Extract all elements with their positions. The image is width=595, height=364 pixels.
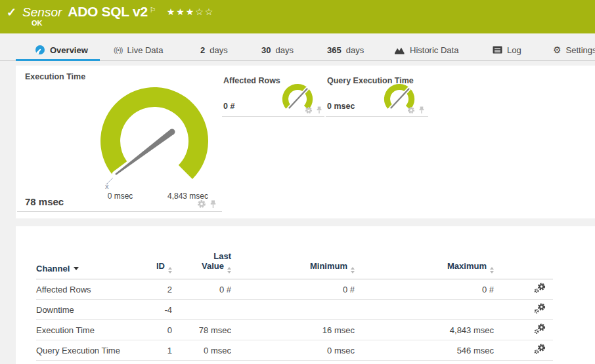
column-header-last-value[interactable]: Last Value <box>172 251 231 279</box>
channel-minimum: 16 msec <box>231 320 355 340</box>
channel-maximum: 546 msec <box>355 340 494 361</box>
sensor-title-row: ✓ Sensor ADO SQL v2 ⚐ ★★★☆☆ <box>7 4 214 20</box>
mini-gauge-title: Affected Rows <box>223 76 280 85</box>
mini-gauge-actions <box>305 106 322 114</box>
channel-maximum: 0 # <box>355 279 494 300</box>
sort-icon <box>168 267 172 273</box>
tab-365-days-unit: days <box>346 45 364 55</box>
flag-icon: ⚐ <box>150 6 156 14</box>
priority-stars[interactable]: ★★★☆☆ <box>167 7 215 17</box>
main-gauge-title: Execution Time <box>25 72 85 81</box>
active-tab-underline <box>16 59 100 61</box>
column-header-last-label: Last <box>213 251 231 261</box>
sort-icon <box>351 267 355 273</box>
table-row: Execution Time 0 78 msec 16 msec 4,843 m… <box>36 320 553 340</box>
channel-name: Downtime <box>36 300 128 320</box>
divider <box>326 116 428 117</box>
gear-icon: ⚙ <box>553 45 562 55</box>
status-badge: OK <box>32 19 43 27</box>
channel-settings-gears-icon[interactable] <box>533 344 546 355</box>
tab-365-days[interactable]: 365 days <box>327 39 364 60</box>
tab-settings-label: Settings <box>566 45 595 55</box>
tab-live-data[interactable]: ((•)) Live Data <box>114 39 163 60</box>
channel-minimum: 0 # <box>231 279 355 300</box>
execution-time-gauge: x̄ <box>99 85 210 197</box>
tab-log[interactable]: Log <box>493 39 521 60</box>
live-data-icon: ((•)) <box>114 46 123 54</box>
column-header-actions <box>494 251 553 279</box>
log-list-icon <box>493 46 502 54</box>
gauge-settings-gear-icon[interactable] <box>407 106 415 114</box>
table-row: Downtime -4 <box>36 300 553 320</box>
channel-last-value: 78 msec <box>172 320 231 340</box>
channel-id: -4 <box>128 300 172 320</box>
divider <box>17 211 222 212</box>
column-header-maximum[interactable]: Maximum <box>355 251 494 279</box>
column-header-maximum-label: Maximum <box>447 261 487 271</box>
sort-desc-icon <box>74 267 79 270</box>
column-header-id-label: ID <box>156 261 165 271</box>
pin-icon[interactable] <box>418 106 425 114</box>
tab-2-days[interactable]: 2 days <box>200 39 228 60</box>
mini-gauge-value: 0 msec <box>327 102 355 111</box>
channel-id: 2 <box>128 279 172 300</box>
table-row: Affected Rows 2 0 # 0 # 0 # <box>36 279 553 300</box>
gauge-icon <box>35 45 45 55</box>
channel-settings-gears-icon[interactable] <box>533 303 546 314</box>
divider <box>222 116 324 117</box>
channel-name: Execution Time <box>36 320 128 340</box>
sensor-name: ADO SQL v2 <box>68 4 147 20</box>
pin-icon[interactable] <box>316 106 322 114</box>
column-header-id[interactable]: ID <box>128 251 172 279</box>
tab-overview[interactable]: Overview <box>35 39 88 60</box>
channel-last-value: 0 msec <box>172 340 231 361</box>
channel-settings-gears-icon[interactable] <box>533 283 546 294</box>
gauge-settings-gear-icon[interactable] <box>305 106 313 114</box>
channel-id: 1 <box>128 340 172 361</box>
sort-icon <box>490 267 494 273</box>
mini-gauge-actions <box>407 106 425 114</box>
tab-historic-data-label: Historic Data <box>410 45 458 55</box>
gauge-min-label: 0 msec <box>101 192 139 201</box>
tab-live-data-label: Live Data <box>127 45 164 55</box>
tab-settings[interactable]: ⚙ Settings <box>553 39 595 60</box>
channel-maximum <box>355 300 494 320</box>
tab-30-days-unit: days <box>275 45 293 55</box>
sensor-status-header: ✓ Sensor ADO SQL v2 ⚐ ★★★☆☆ OK <box>0 0 595 33</box>
channel-maximum: 4,843 msec <box>355 320 494 340</box>
tab-2-days-unit: days <box>209 45 227 55</box>
main-gauge-value: 78 msec <box>25 196 64 207</box>
tab-overview-label: Overview <box>50 45 88 55</box>
gauge-settings-gear-icon[interactable] <box>197 199 206 209</box>
channel-minimum <box>231 300 355 320</box>
tab-365-days-number: 365 <box>327 45 342 55</box>
tab-30-days-number: 30 <box>261 45 271 55</box>
channel-id: 0 <box>128 320 172 340</box>
tab-30-days[interactable]: 30 days <box>261 39 294 60</box>
column-header-minimum-label: Minimum <box>310 261 347 271</box>
tab-bar: Overview ((•)) Live Data 2 days 30 days … <box>0 39 595 61</box>
tab-historic-data[interactable]: Historic Data <box>394 39 458 60</box>
channel-last-value: 0 # <box>172 279 231 300</box>
average-marker: x̄ <box>105 182 109 190</box>
tab-log-label: Log <box>507 45 521 55</box>
gauges-panel: Execution Time x̄ 0 msec 4,843 msec 78 m… <box>16 66 595 218</box>
channel-table: Channel ID Last Value Minimum Maximum <box>36 251 553 361</box>
status-check-icon: ✓ <box>7 5 16 20</box>
table-row: Query Execution Time 1 0 msec 0 msec 546… <box>36 340 553 361</box>
channel-minimum: 0 msec <box>231 340 355 361</box>
table-header-row: Channel ID Last Value Minimum Maximum <box>36 251 553 279</box>
column-header-minimum[interactable]: Minimum <box>231 251 355 279</box>
column-header-value-label: Value <box>202 261 224 271</box>
main-gauge-actions <box>197 199 217 209</box>
sort-icon <box>227 267 231 273</box>
mini-gauge-value: 0 # <box>223 102 234 111</box>
channel-settings-gears-icon[interactable] <box>533 323 546 334</box>
prtg-sensor-page: ✓ Sensor ADO SQL v2 ⚐ ★★★☆☆ OK Overview … <box>0 0 595 364</box>
pin-icon[interactable] <box>209 200 217 209</box>
area-chart-icon <box>394 46 405 54</box>
column-header-channel[interactable]: Channel <box>36 251 128 279</box>
tab-2-days-number: 2 <box>200 45 205 55</box>
column-header-channel-label: Channel <box>36 264 70 273</box>
channel-last-value <box>172 300 231 320</box>
